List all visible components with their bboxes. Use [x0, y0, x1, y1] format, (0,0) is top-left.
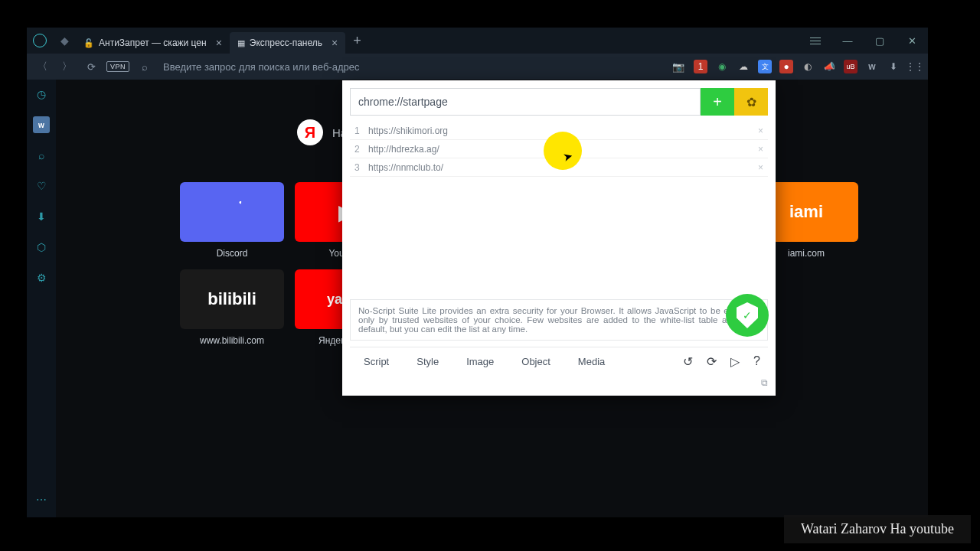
grid-icon: ▦	[237, 38, 245, 48]
extension-tray: 1 ◉ ☁ 文 ● ◐ 📣 uB w ⬇ ⋮⋮	[694, 60, 922, 73]
close-icon[interactable]: ×	[216, 37, 222, 49]
sidebar-heart-icon[interactable]: ♡	[33, 178, 50, 194]
refresh-icon[interactable]: ⟳	[707, 354, 717, 369]
sidebar-gear-icon[interactable]: ⚙	[33, 269, 50, 286]
forward-button[interactable]: 〉	[57, 57, 76, 76]
maximize-button[interactable]: ▢	[864, 28, 896, 54]
tab-label: АнтиЗапрет — скажи цен	[99, 37, 207, 48]
popup-tab-script[interactable]: Script	[350, 356, 403, 367]
tab-speeddial[interactable]: ▦ Экспресс-панель ×	[230, 32, 345, 54]
titlebar: ◆ 🔓 АнтиЗапрет — скажи цен × ▦ Экспресс-…	[27, 28, 928, 54]
close-icon[interactable]: ×	[332, 37, 338, 49]
ext-icon-red[interactable]: ●	[779, 60, 793, 73]
wl-number: 3	[354, 162, 368, 173]
ext-icon-ghost[interactable]: ◐	[801, 60, 815, 73]
screenshot-icon[interactable]: 📷	[669, 57, 688, 76]
tile-discord[interactable]: Discord	[180, 182, 284, 259]
popup-tabs: ScriptStyleImageObjectMedia ↺ ⟳ ▷ ?	[350, 347, 768, 376]
reload-button[interactable]: ⟳	[82, 57, 100, 76]
easy-setup-icon[interactable]: ⋮⋮	[908, 60, 922, 73]
undo-icon[interactable]: ↺	[683, 354, 693, 369]
popup-empty-area	[350, 177, 768, 299]
opera-icon	[33, 34, 47, 47]
ext-icon-1[interactable]: 1	[694, 60, 707, 73]
discord-titlebar-icon[interactable]: ◆	[53, 34, 76, 47]
sidebar-search-icon[interactable]: ⌕	[33, 147, 50, 164]
navbar: 〈 〉 ⟳ VPN ⌕ Введите запрос для поиска ил…	[27, 54, 928, 80]
popup-description: No-Script Suite Lite provides an extra s…	[350, 299, 768, 341]
sidebar-download-icon[interactable]: ⬇	[33, 208, 50, 225]
ext-icon-cube[interactable]: ◉	[715, 60, 729, 73]
sidebar-more-icon[interactable]: ⋯	[33, 491, 50, 508]
popup-tab-image[interactable]: Image	[452, 356, 508, 367]
vpn-badge[interactable]: VPN	[106, 61, 129, 72]
ext-icon-cloud[interactable]: ☁	[737, 60, 750, 73]
menu-button[interactable]	[799, 28, 831, 54]
shield-icon: ✓	[726, 294, 769, 337]
help-icon[interactable]: ?	[753, 354, 760, 369]
noscript-popup: chrome://startpage + ✿ 1https://shikimor…	[342, 80, 776, 396]
popup-url-input[interactable]: chrome://startpage	[350, 88, 701, 116]
popup-tab-media[interactable]: Media	[564, 356, 619, 367]
opera-menu-button[interactable]	[27, 28, 53, 54]
lock-open-icon: 🔓	[83, 38, 94, 48]
expand-icon[interactable]: ⧉	[761, 377, 768, 388]
sidebar: ◷ w ⌕ ♡ ⬇ ⬡ ⚙ ⋯	[27, 80, 56, 517]
play-icon[interactable]: ▷	[730, 354, 740, 369]
ext-icon-sound[interactable]: 📣	[822, 60, 836, 73]
close-button[interactable]: ✕	[896, 28, 928, 54]
new-tab-button[interactable]: +	[345, 33, 369, 49]
search-icon[interactable]: ⌕	[136, 57, 154, 76]
discord-icon	[180, 182, 284, 242]
watermark: Watari Zaharov На youtube	[784, 515, 971, 543]
download-icon[interactable]: ⬇	[887, 60, 900, 73]
wl-number: 2	[354, 144, 368, 155]
address-bar[interactable]: Введите запрос для поиска или веб-адрес	[160, 61, 663, 73]
ext-icon-ublock[interactable]: uB	[844, 60, 858, 73]
back-button[interactable]: 〈	[33, 57, 51, 76]
popup-desc-text: No-Script Suite Lite provides an extra s…	[358, 306, 760, 334]
sidebar-cube-icon[interactable]: ⬡	[33, 239, 50, 256]
wl-number: 1	[354, 126, 368, 136]
delete-icon[interactable]: ×	[758, 144, 763, 155]
popup-tab-object[interactable]: Object	[508, 356, 564, 367]
ext-icon-translate[interactable]: 文	[758, 60, 772, 73]
ext-icon-vk[interactable]: w	[865, 60, 879, 73]
add-button[interactable]: +	[701, 88, 734, 116]
settings-button[interactable]: ✿	[734, 88, 768, 116]
delete-icon[interactable]: ×	[758, 162, 763, 173]
tile-bilibili[interactable]: bilibiliwww.bilibili.com	[180, 269, 284, 346]
tab-label: Экспресс-панель	[250, 37, 322, 48]
sidebar-clock-icon[interactable]: ◷	[33, 86, 50, 103]
delete-icon[interactable]: ×	[758, 126, 763, 136]
popup-tab-style[interactable]: Style	[403, 356, 452, 367]
sidebar-vk-icon[interactable]: w	[33, 116, 50, 133]
yandex-logo-icon: Я	[297, 119, 323, 145]
minimize-button[interactable]: —	[831, 28, 864, 54]
tab-antizapret[interactable]: 🔓 АнтиЗапрет — скажи цен ×	[76, 32, 230, 54]
